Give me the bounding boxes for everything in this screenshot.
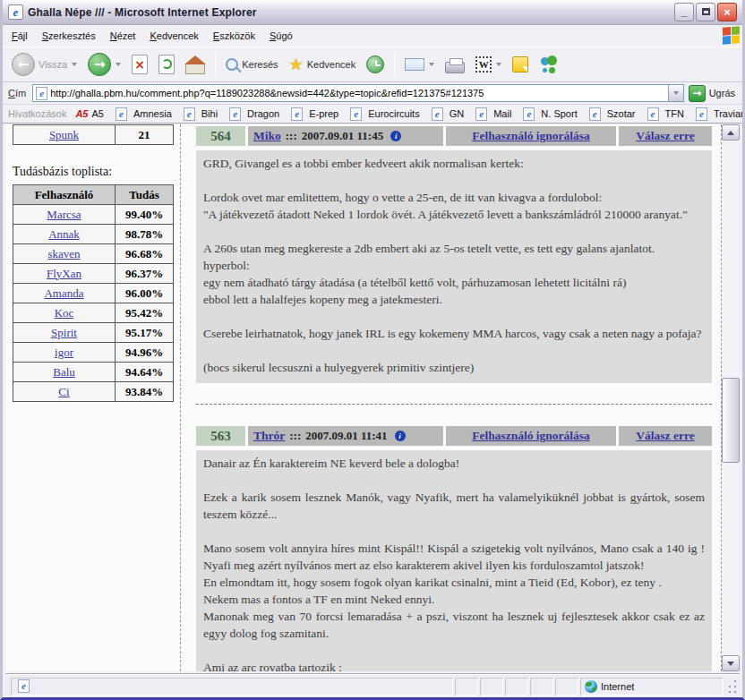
forward-button[interactable]: → — [84, 51, 124, 78]
discuss-button[interactable] — [509, 55, 532, 74]
link-bihi[interactable]: eBihi — [181, 107, 218, 121]
table-row: Amanda96.00% — [13, 284, 174, 303]
reply-link[interactable]: Válasz erre — [636, 429, 694, 443]
link-nsport[interactable]: eN. Sport — [520, 107, 577, 121]
link-eprep[interactable]: eE-prep — [288, 107, 338, 121]
menu-favorites[interactable]: Kedvencek — [142, 28, 205, 44]
page-icon: e — [116, 107, 127, 121]
refresh-button[interactable] — [155, 53, 178, 76]
post-date: 2007.09.01 11:41 — [305, 429, 387, 443]
knowledge-value: 96.68% — [116, 244, 174, 264]
sidebar: Spunk 21 Tudásbázis toplista: Felhasznál… — [5, 124, 181, 671]
toolbar-separator — [215, 52, 216, 77]
page-icon: e — [589, 107, 601, 121]
stop-button[interactable]: × — [128, 53, 151, 76]
link-gn[interactable]: eGN — [429, 107, 465, 121]
home-button[interactable] — [182, 54, 209, 76]
menu-view[interactable]: Nézet — [103, 28, 143, 44]
vertical-scrollbar[interactable] — [722, 124, 740, 671]
menu-tools[interactable]: Eszközök — [206, 28, 262, 44]
refresh-icon — [158, 55, 175, 74]
table-row: Annak98.78% — [13, 225, 174, 244]
history-button[interactable] — [363, 54, 388, 75]
scrollbar-track[interactable] — [722, 141, 740, 655]
note-icon — [512, 56, 528, 73]
col-header-knowledge: Tudás — [116, 185, 174, 205]
page-icon: e — [647, 107, 659, 121]
stop-icon: × — [132, 55, 148, 74]
info-icon[interactable]: i — [390, 131, 401, 141]
link-amnesia[interactable]: eAmnesia — [113, 107, 172, 121]
user-link[interactable]: FlyXan — [47, 267, 81, 281]
author-link[interactable]: Miko — [253, 129, 281, 143]
status-pane — [530, 678, 553, 696]
url-input[interactable] — [50, 88, 667, 98]
address-label: Cím — [6, 88, 28, 98]
link-eurocircuits[interactable]: eEurocircuits — [347, 107, 419, 121]
page-icon: e — [229, 107, 241, 121]
table-row: Koc95.42% — [13, 303, 174, 323]
messenger-icon — [539, 55, 559, 73]
user-link[interactable]: Spirit — [51, 326, 77, 340]
info-icon[interactable]: i — [395, 431, 406, 441]
user-link-spunk[interactable]: Spunk — [49, 128, 79, 142]
user-link[interactable]: igor — [55, 346, 73, 360]
maximize-button[interactable] — [696, 3, 715, 21]
search-button[interactable]: Keresés — [222, 56, 281, 73]
mail-button[interactable] — [401, 56, 438, 73]
forward-dropdown-icon[interactable] — [116, 63, 121, 66]
back-button[interactable]: ← Vissza — [8, 51, 81, 78]
user-link[interactable]: Amanda — [44, 286, 83, 301]
toplist-table: Felhasználó Tudás Marcsa99.40% Annak98.7… — [13, 184, 174, 402]
print-button[interactable] — [441, 55, 468, 75]
address-dropdown-button[interactable] — [668, 85, 683, 101]
table-row: Spirit95.17% — [13, 323, 174, 343]
forum-post-564: 564 Miko ::: 2007.09.01 11:45 i Felhaszn… — [196, 126, 712, 383]
messenger-button[interactable] — [535, 54, 562, 75]
favorites-button[interactable]: ★ Kedvencek — [286, 53, 360, 76]
maximize-icon — [702, 8, 710, 15]
page-content: Spunk 21 Tudásbázis toplista: Felhasznál… — [5, 124, 740, 671]
spunk-value: 21 — [116, 125, 174, 145]
user-link[interactable]: skaven — [47, 247, 80, 261]
minimize-button[interactable]: _ — [674, 3, 694, 21]
user-link[interactable]: Koc — [55, 306, 74, 320]
reply-link[interactable]: Válasz erre — [636, 129, 694, 143]
author-link[interactable]: Thrór — [253, 429, 285, 443]
back-dropdown-icon[interactable] — [72, 63, 77, 66]
zone-label: Internet — [601, 681, 634, 692]
close-button[interactable]: × — [717, 3, 737, 21]
menu-help[interactable]: Súgó — [262, 28, 300, 44]
link-travian[interactable]: eTravian — [693, 107, 742, 121]
user-link[interactable]: Ci — [58, 385, 69, 399]
link-dragon[interactable]: eDragon — [227, 107, 279, 121]
post-number: 563 — [196, 426, 245, 446]
scrollbar-thumb[interactable] — [722, 378, 740, 463]
link-a5[interactable]: A5A5 — [75, 108, 104, 119]
edit-button[interactable]: W — [472, 55, 505, 74]
links-bar: Hivatkozások A5A5 eAmnesia eBihi eDragon… — [3, 105, 742, 124]
user-link[interactable]: Marcsa — [47, 208, 81, 222]
link-tfn[interactable]: eTFN — [645, 107, 684, 121]
menu-bar: Fájl Szerkesztés Nézet Kedvencek Eszközö… — [3, 25, 742, 47]
user-link[interactable]: Annak — [48, 227, 80, 242]
address-field[interactable]: e — [32, 84, 683, 102]
forward-icon: → — [88, 53, 111, 76]
scroll-up-button[interactable] — [722, 124, 740, 141]
link-szotar[interactable]: eSzotar — [587, 107, 636, 121]
scroll-down-button[interactable] — [722, 655, 740, 671]
link-mail[interactable]: eMail — [473, 107, 511, 121]
resize-grip[interactable] — [725, 678, 738, 696]
menu-file[interactable]: Fájl — [4, 28, 35, 44]
page-icon: e — [696, 107, 707, 121]
mail-dropdown-icon[interactable] — [429, 63, 434, 66]
table-row: skaven96.68% — [13, 244, 174, 264]
user-link[interactable]: Balu — [53, 365, 75, 380]
go-button[interactable]: → Ugrás — [689, 85, 739, 102]
status-pane — [555, 678, 578, 696]
col-header-user: Felhasználó — [13, 185, 116, 205]
ignore-user-link[interactable]: Felhasználó ignorálása — [472, 129, 590, 143]
menu-edit[interactable]: Szerkesztés — [35, 28, 103, 44]
ignore-user-link[interactable]: Felhasználó ignorálása — [472, 429, 590, 443]
edit-dropdown-icon[interactable] — [496, 63, 501, 66]
